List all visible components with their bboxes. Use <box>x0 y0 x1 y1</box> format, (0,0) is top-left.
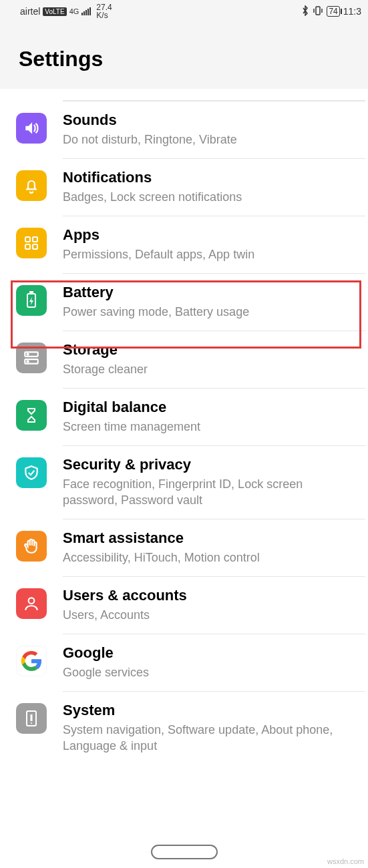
settings-item-google[interactable]: Google Google services <box>0 634 368 691</box>
sounds-icon <box>16 113 47 144</box>
home-indicator[interactable] <box>151 845 218 859</box>
item-subtitle: System navigation, Software update, Abou… <box>63 722 357 754</box>
page-title: Settings <box>19 47 349 71</box>
item-subtitle: Google services <box>63 664 357 680</box>
system-icon <box>16 703 47 734</box>
data-speed: 27.4 K/s <box>96 3 112 19</box>
settings-item-battery[interactable]: Battery Power saving mode, Battery usage <box>0 273 368 331</box>
settings-item-security[interactable]: Security & privacy Face recognition, Fin… <box>0 445 368 519</box>
clock: 11:3 <box>343 6 361 17</box>
carrier-label: airtel <box>20 6 40 17</box>
item-title: Google <box>63 644 357 662</box>
item-subtitle: Users, Accounts <box>63 607 357 623</box>
svg-rect-0 <box>316 7 320 15</box>
shield-icon <box>16 457 47 488</box>
svg-point-11 <box>29 598 35 604</box>
watermark: wsxdn.com <box>327 857 364 865</box>
svg-point-9 <box>27 354 29 355</box>
item-title: Battery <box>63 284 357 301</box>
hourglass-icon <box>16 400 47 431</box>
item-title: Sounds <box>63 112 357 129</box>
settings-item-apps[interactable]: Apps Permissions, Default apps, App twin <box>0 216 368 273</box>
svg-point-10 <box>27 361 29 362</box>
item-subtitle: Power saving mode, Battery usage <box>63 304 357 320</box>
bluetooth-icon <box>301 5 309 18</box>
vibrate-icon <box>313 5 323 18</box>
settings-header: Settings <box>0 23 368 89</box>
status-bar: airtel VoLTE 4G 27.4 K/s 74 11:3 <box>0 0 368 23</box>
settings-item-system[interactable]: System System navigation, Software updat… <box>0 691 368 765</box>
item-subtitle: Badges, Lock screen notifications <box>63 189 357 205</box>
settings-item-notifications[interactable]: Notifications Badges, Lock screen notifi… <box>0 158 368 216</box>
volte-badge: VoLTE <box>43 7 66 16</box>
storage-icon <box>16 343 47 373</box>
svg-point-14 <box>31 722 32 724</box>
network-type: 4G <box>69 8 79 15</box>
partial-row-top <box>63 89 365 101</box>
hand-icon <box>16 531 47 562</box>
settings-item-sounds[interactable]: Sounds Do not disturb, Ringtone, Vibrate <box>0 101 368 158</box>
svg-rect-6 <box>30 292 33 294</box>
apps-icon <box>16 228 47 258</box>
status-right: 74 11:3 <box>301 5 361 18</box>
item-subtitle: Permissions, Default apps, App twin <box>63 246 357 262</box>
battery-indicator: 74 <box>327 6 339 17</box>
signal-icon <box>81 7 91 15</box>
item-title: Notifications <box>63 169 357 186</box>
item-title: Users & accounts <box>63 587 357 604</box>
item-subtitle: Face recognition, Fingerprint ID, Lock s… <box>63 476 357 508</box>
item-subtitle: Storage cleaner <box>63 361 357 377</box>
settings-item-users-accounts[interactable]: Users & accounts Users, Accounts <box>0 576 368 634</box>
svg-rect-2 <box>33 237 37 242</box>
item-title: Storage <box>63 341 357 359</box>
svg-rect-1 <box>25 237 30 242</box>
item-title: Security & privacy <box>63 456 357 473</box>
settings-item-digital-balance[interactable]: Digital balance Screen time management <box>0 388 368 445</box>
item-subtitle: Screen time management <box>63 419 357 435</box>
user-icon <box>16 588 47 619</box>
item-title: Smart assistance <box>63 529 357 547</box>
google-icon <box>16 646 47 676</box>
item-title: Digital balance <box>63 399 357 416</box>
settings-item-smart-assistance[interactable]: Smart assistance Accessibility, HiTouch,… <box>0 519 368 576</box>
item-title: System <box>63 702 357 719</box>
bell-icon <box>16 170 47 201</box>
svg-rect-13 <box>31 714 33 721</box>
svg-rect-3 <box>25 244 30 249</box>
item-subtitle: Do not disturb, Ringtone, Vibrate <box>63 132 357 148</box>
svg-rect-4 <box>33 244 37 249</box>
item-title: Apps <box>63 226 357 244</box>
settings-item-storage[interactable]: Storage Storage cleaner <box>0 331 368 388</box>
settings-list: Sounds Do not disturb, Ringtone, Vibrate… <box>0 89 368 765</box>
status-left: airtel VoLTE 4G 27.4 K/s <box>20 3 112 19</box>
item-subtitle: Accessibility, HiTouch, Motion control <box>63 550 357 566</box>
battery-icon <box>16 285 47 316</box>
